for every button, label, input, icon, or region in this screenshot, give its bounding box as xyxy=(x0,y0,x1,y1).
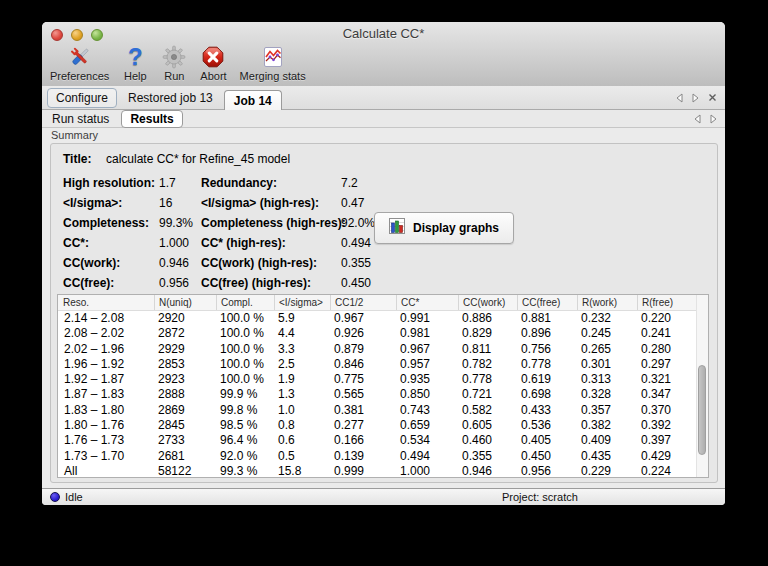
table-cell: 0.224 xyxy=(637,464,695,478)
table-cell: 0.879 xyxy=(330,342,396,357)
table-row[interactable]: 1.83 – 1.80286999.8 %1.00.3810.7430.5820… xyxy=(58,403,708,418)
table-cell: All xyxy=(58,464,154,478)
table-cell: 0.460 xyxy=(458,433,517,448)
table-cell: 0.355 xyxy=(458,449,517,464)
titlebar[interactable]: Calculate CC* xyxy=(42,22,725,44)
table-cell: 0.8 xyxy=(274,418,330,433)
status-indicator-icon xyxy=(50,492,60,502)
table-cell: 0.778 xyxy=(517,357,577,372)
table-cell: 0.782 xyxy=(458,357,517,372)
stat-value: 0.47 xyxy=(341,196,364,210)
table-cell: 0.829 xyxy=(458,326,517,341)
abort-button[interactable]: Abort xyxy=(198,44,228,82)
table-scrollbar-thumb[interactable] xyxy=(698,365,706,455)
table-header-cell[interactable]: CC(work) xyxy=(458,295,517,310)
tab-scroll-left-icon[interactable] xyxy=(676,93,683,103)
tab-restored-job-13[interactable]: Restored job 13 xyxy=(128,91,213,105)
table-cell: 0.991 xyxy=(396,311,458,326)
subtab-scroll-right-icon[interactable] xyxy=(710,114,717,124)
display-graphs-button[interactable]: Display graphs xyxy=(374,212,514,244)
table-header-cell[interactable]: CC* xyxy=(396,295,458,310)
stat-value: 99.3% xyxy=(159,216,193,230)
app-window: Calculate CC* xyxy=(42,22,725,505)
table-cell: 100.0 % xyxy=(216,357,274,372)
table-header-row: Reso.N(uniq)Compl.<I/sigma>CC1/2CC*CC(wo… xyxy=(58,295,708,311)
table-cell: 0.297 xyxy=(637,357,695,372)
preferences-button[interactable]: Preferences xyxy=(48,44,111,82)
toolbar-item-label: Merging stats xyxy=(240,70,306,82)
table-cell: 1.0 xyxy=(274,403,330,418)
tab-configure[interactable]: Configure xyxy=(47,88,117,108)
table-header-cell[interactable]: Compl. xyxy=(216,295,274,310)
window-chrome: Calculate CC* xyxy=(42,22,725,87)
table-row[interactable]: All5812299.3 %15.80.9991.0000.9460.9560.… xyxy=(58,464,708,478)
table-cell: 0.220 xyxy=(637,311,695,326)
table-cell: 0.357 xyxy=(577,403,637,418)
table-header-cell[interactable]: <I/sigma> xyxy=(274,295,330,310)
tab-scroll-right-icon[interactable] xyxy=(692,93,699,103)
table-cell: 1.92 – 1.87 xyxy=(58,372,154,387)
table-cell: 0.277 xyxy=(330,418,396,433)
table-scrollbar[interactable] xyxy=(696,295,708,477)
table-cell: 0.775 xyxy=(330,372,396,387)
main-tab-controls xyxy=(676,86,717,109)
table-row[interactable]: 1.73 – 1.70268192.0 %0.50.1390.4940.3550… xyxy=(58,449,708,464)
sub-tab-controls xyxy=(694,110,717,127)
table-cell: 0.896 xyxy=(517,326,577,341)
summary-panel: Title: calculate CC* for Refine_45 model… xyxy=(50,143,718,483)
table-cell: 2.5 xyxy=(274,357,330,372)
table-row[interactable]: 1.80 – 1.76284598.5 %0.80.2770.6590.6050… xyxy=(58,418,708,433)
table-row[interactable]: 2.02 – 1.962929100.0 %3.30.8790.9670.811… xyxy=(58,342,708,357)
table-cell: 2681 xyxy=(154,449,216,464)
subtab-scroll-left-icon[interactable] xyxy=(694,114,701,124)
table-cell: 1.96 – 1.92 xyxy=(58,357,154,372)
tab-run-status[interactable]: Run status xyxy=(52,112,109,126)
table-header-cell[interactable]: N(uniq) xyxy=(154,295,216,310)
table-cell: 1.83 – 1.80 xyxy=(58,403,154,418)
run-icon xyxy=(161,44,187,70)
table-cell: 0.392 xyxy=(637,418,695,433)
table-cell: 0.301 xyxy=(577,357,637,372)
sub-tab-bar: Run status Results xyxy=(42,110,725,128)
toolbar-item-label: Run xyxy=(164,70,184,82)
stat-label: CC(work) (high-res): xyxy=(201,256,317,270)
table-header-cell[interactable]: Reso. xyxy=(58,295,154,310)
table-cell: 0.811 xyxy=(458,342,517,357)
tab-results[interactable]: Results xyxy=(121,110,182,128)
tab-job-14[interactable]: Job 14 xyxy=(224,90,282,110)
table-cell: 1.3 xyxy=(274,387,330,402)
table-cell: 0.778 xyxy=(458,372,517,387)
tab-close-icon[interactable] xyxy=(708,93,717,102)
table-cell: 0.999 xyxy=(330,464,396,478)
status-bar: Idle Project: scratch xyxy=(42,488,725,505)
table-row[interactable]: 2.08 – 2.022872100.0 %4.40.9260.9810.829… xyxy=(58,326,708,341)
table-cell: 0.605 xyxy=(458,418,517,433)
table-cell: 0.280 xyxy=(637,342,695,357)
table-row[interactable]: 1.76 – 1.73273396.4 %0.60.1660.5340.4600… xyxy=(58,433,708,448)
merging-stats-button[interactable]: Merging stats xyxy=(238,44,308,82)
status-text: Idle xyxy=(65,491,83,503)
stat-label: Completeness (high-res): xyxy=(201,216,346,230)
table-cell: 2.02 – 1.96 xyxy=(58,342,154,357)
display-graphs-label: Display graphs xyxy=(413,221,499,235)
table-cell: 1.000 xyxy=(396,464,458,478)
table-header-cell[interactable]: R(work) xyxy=(577,295,637,310)
table-header-cell[interactable]: CC(free) xyxy=(517,295,577,310)
table-cell: 2872 xyxy=(154,326,216,341)
run-button[interactable]: Run xyxy=(159,44,189,82)
table-header-cell[interactable]: R(free) xyxy=(637,295,695,310)
table-cell: 100.0 % xyxy=(216,342,274,357)
help-button[interactable]: ? Help xyxy=(120,44,150,82)
summary-title-value: calculate CC* for Refine_45 model xyxy=(106,152,290,166)
table-cell: 15.8 xyxy=(274,464,330,478)
table-row[interactable]: 1.96 – 1.922853100.0 %2.50.8460.9570.782… xyxy=(58,357,708,372)
table-cell: 2.08 – 2.02 xyxy=(58,326,154,341)
table-header-cell[interactable]: CC1/2 xyxy=(330,295,396,310)
table-row[interactable]: 2.14 – 2.082920100.0 %5.90.9670.9910.886… xyxy=(58,311,708,326)
preferences-icon xyxy=(67,44,93,70)
table-row[interactable]: 1.92 – 1.872923100.0 %1.90.7750.9350.778… xyxy=(58,372,708,387)
table-cell: 1.76 – 1.73 xyxy=(58,433,154,448)
table-cell: 0.232 xyxy=(577,311,637,326)
table-cell: 1.80 – 1.76 xyxy=(58,418,154,433)
table-row[interactable]: 1.87 – 1.83288899.9 %1.30.5650.8500.7210… xyxy=(58,387,708,402)
